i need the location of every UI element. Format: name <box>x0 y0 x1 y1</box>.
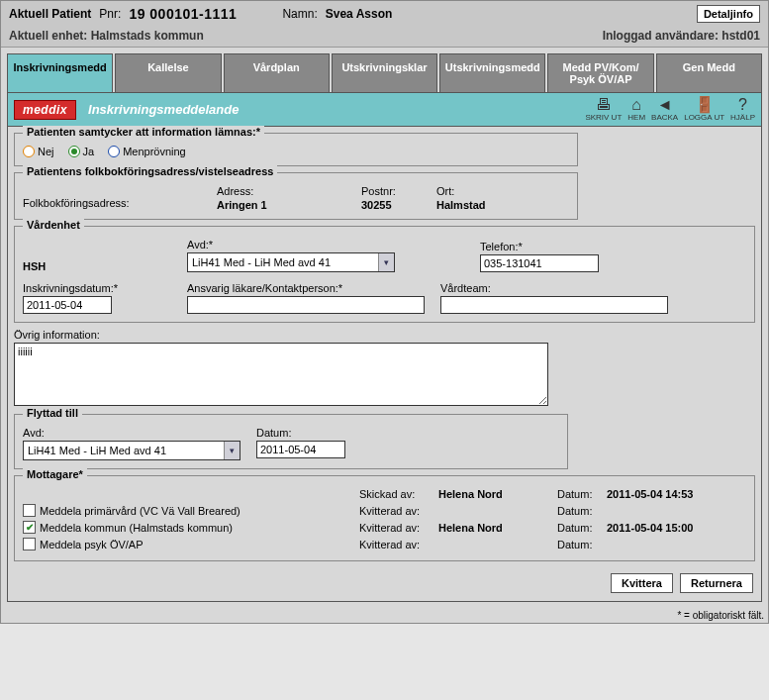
tab-medd-pvkom[interactable]: Medd PV/Kom/ Psyk ÖV/AP <box>547 53 653 92</box>
folkbok-label: Folkbokföringsadress: <box>23 197 201 209</box>
chevron-down-icon: ▾ <box>378 253 394 271</box>
vardenhet-fieldset: Vårdenhet HSH Avd:* LiH41 Med - LiH Med … <box>14 226 755 323</box>
mottag-checkbox-1[interactable]: ✔ <box>23 521 36 534</box>
ort-value: Halmstad <box>436 199 486 211</box>
hsh-label: HSH <box>23 260 171 272</box>
adress-fieldset: Patientens folkbokföringsadress/vistelse… <box>14 172 578 220</box>
mottag-checkbox-2[interactable] <box>23 538 36 550</box>
telefon-input[interactable] <box>480 254 599 272</box>
radio-ja[interactable]: Ja <box>68 146 95 157</box>
inskrivningsdatum-label: Inskrivningsdatum:* <box>23 282 171 294</box>
avd-label: Avd:* <box>187 239 395 250</box>
radio-nej[interactable]: Nej <box>23 146 54 157</box>
adress-value: Aringen 1 <box>217 199 345 211</box>
skickad-av-value: Helena Nord <box>438 488 557 500</box>
obligatoriskt-note: * = obligatoriskt fält. <box>1 608 768 623</box>
tab-bar: Inskrivningsmedd Kallelse Vårdplan Utskr… <box>1 48 768 92</box>
returnera-button[interactable]: Returnera <box>680 573 753 593</box>
postnr-value: 30255 <box>361 199 421 211</box>
namn-label: Namn: <box>282 7 317 21</box>
vardenhet-legend: Vårdenhet <box>23 219 84 231</box>
kvitterad-av-label: Kvitterad av: <box>359 522 438 534</box>
home-icon: ⌂ <box>631 97 641 113</box>
postnr-label: Postnr: <box>361 185 421 197</box>
avd-select[interactable]: LiH41 Med - LiH Med avd 41 ▾ <box>187 252 395 272</box>
chevron-down-icon: ▾ <box>224 442 240 459</box>
aktuell-enhet: Aktuell enhet: Halmstads kommun <box>9 29 204 43</box>
inskrivningsdatum-input[interactable] <box>23 296 112 314</box>
door-icon: 🚪 <box>695 97 715 113</box>
detaljinfo-button[interactable]: Detaljinfo <box>697 5 760 23</box>
mottagare-fieldset: Mottagare* Skickad av: Helena Nord Datum… <box>14 475 755 561</box>
ovrig-block: Övrig information: iiiiii <box>14 329 755 408</box>
printer-icon: 🖶 <box>596 97 612 113</box>
radio-menprovning[interactable]: Menprövning <box>108 146 186 157</box>
kvitterad-datum-value: 2011-05-04 15:00 <box>607 522 693 534</box>
mottagare-legend: Mottagare* <box>23 468 87 480</box>
kvittera-button[interactable]: Kvittera <box>611 573 673 593</box>
vardteam-input[interactable] <box>440 296 668 314</box>
back-button[interactable]: ◄BACKA <box>651 97 678 122</box>
skickad-datum-label: Datum: <box>557 488 607 500</box>
section-title: Inskrivningsmeddelande <box>88 102 585 117</box>
samtycker-fieldset: Patienten samtycker att information lämn… <box>14 133 578 166</box>
app-window: Aktuell Patient Pnr: 19 000101-1111 Namn… <box>0 0 769 624</box>
print-button[interactable]: 🖶SKRIV UT <box>585 97 622 122</box>
skickad-datum-value: 2011-05-04 14:53 <box>607 488 693 500</box>
skickad-av-label: Skickad av: <box>359 488 438 500</box>
meddix-logo: meddix <box>14 100 76 120</box>
kvitterad-datum-label: Datum: <box>557 522 607 534</box>
kvitterad-datum-label: Datum: <box>557 505 607 517</box>
mottag-label: Meddela kommun <box>40 522 126 534</box>
tab-utskrivningsklar[interactable]: Utskrivningsklar <box>332 53 437 92</box>
kvitterad-av-label: Kvitterad av: <box>359 505 438 517</box>
inloggad-user: Inloggad användare: hstd01 <box>603 29 760 43</box>
ort-label: Ort: <box>436 185 486 197</box>
ovrig-label: Övrig information: <box>14 329 755 341</box>
pnr-value: 19 000101-1111 <box>129 6 237 22</box>
mottag-paren: (VC Vä Vall Breared) <box>140 505 240 517</box>
help-icon: ? <box>738 97 747 113</box>
back-arrow-icon: ◄ <box>657 97 673 113</box>
aktuell-patient-label: Aktuell Patient <box>9 7 91 21</box>
footer-buttons: Kvittera Returnera <box>14 567 755 595</box>
kvitterad-av-value: Helena Nord <box>438 522 557 534</box>
flyttad-legend: Flyttad till <box>23 407 82 419</box>
mottag-checkbox-0[interactable] <box>23 504 36 517</box>
home-button[interactable]: ⌂HEM <box>627 97 645 122</box>
adress-legend: Patientens folkbokföringsadress/vistelse… <box>23 165 277 177</box>
content-area: Patienten samtycker att information lämn… <box>7 127 762 602</box>
tab-inskrivningsmedd[interactable]: Inskrivningsmedd <box>7 53 113 92</box>
flyttad-fieldset: Flyttad till Avd: LiH41 Med - LiH Med av… <box>14 414 568 469</box>
ovrig-textarea[interactable]: iiiiii <box>14 343 548 406</box>
namn-value: Svea Asson <box>326 7 393 21</box>
tab-kallelse[interactable]: Kallelse <box>115 53 221 92</box>
pnr-label: Pnr: <box>99 7 121 21</box>
telefon-label: Telefon:* <box>480 241 599 252</box>
mottag-paren: (Halmstads kommun) <box>130 522 234 534</box>
tab-vardplan[interactable]: Vårdplan <box>224 53 330 92</box>
help-button[interactable]: ?HJÄLP <box>730 97 755 122</box>
ansvarig-label: Ansvarig läkare/Kontaktperson:* <box>187 282 425 294</box>
topbar: Aktuell Patient Pnr: 19 000101-1111 Namn… <box>1 1 768 48</box>
vardteam-label: Vårdteam: <box>440 282 668 294</box>
tab-utskrivningsmedd[interactable]: Utskrivningsmedd <box>439 53 545 92</box>
kvitterad-datum-label: Datum: <box>557 539 607 550</box>
mottag-label: Meddela psyk ÖV/AP <box>40 539 144 550</box>
samtycker-legend: Patienten samtycker att information lämn… <box>23 126 264 138</box>
kvitterad-av-label: Kvitterad av: <box>359 539 438 550</box>
tab-gen-medd[interactable]: Gen Medd <box>656 53 762 92</box>
flyttad-datum-label: Datum: <box>256 427 345 439</box>
ansvarig-input[interactable] <box>187 296 425 314</box>
flyttad-datum-input[interactable] <box>256 441 345 458</box>
mottag-label: Meddela primärvård <box>40 505 137 517</box>
flyttad-avd-select[interactable]: LiH41 Med - LiH Med avd 41 ▾ <box>23 441 240 460</box>
adress-label: Adress: <box>217 185 345 197</box>
flyttad-avd-label: Avd: <box>23 427 240 439</box>
section-bar: meddix Inskrivningsmeddelande 🖶SKRIV UT … <box>7 92 762 127</box>
logout-button[interactable]: 🚪LOGGA UT <box>684 97 724 122</box>
